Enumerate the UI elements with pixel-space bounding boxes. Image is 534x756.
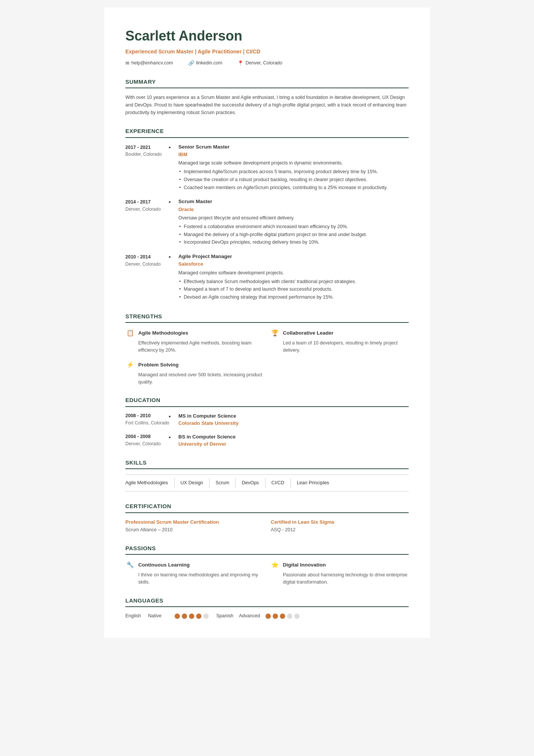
- exp-company: IBM: [178, 151, 409, 158]
- edu-degree: MS in Computer Science: [178, 412, 409, 420]
- exp-details: Senior Scrum Master IBM Managed large sc…: [175, 143, 409, 192]
- strengths-grid: 📋 Agile Methodologies Effectively implem…: [125, 328, 409, 385]
- passions-title: PASSIONS: [125, 544, 409, 555]
- languages-list: English Native Spanish Advanced: [125, 612, 409, 620]
- education-title: EDUCATION: [125, 396, 409, 407]
- exp-bullets: Implemented Agile/Scrum practices across…: [178, 168, 409, 191]
- header: Scarlett Anderson Experienced Scrum Mast…: [125, 26, 409, 67]
- exp-location: Denver, Colorado: [125, 206, 175, 213]
- skill-item: DevOps: [236, 478, 265, 488]
- strength-header: ⚡ Problem Solving: [125, 360, 264, 370]
- language-dot: [294, 614, 300, 619]
- certification-title: CERTIFICATION: [125, 502, 409, 513]
- location-icon: 📍: [237, 59, 244, 67]
- exp-bullet: Managed a team of 7 to develop and launc…: [178, 286, 409, 293]
- language-dot: [175, 614, 180, 619]
- linkedin-contact: 🔗 linkedin.com: [188, 59, 222, 67]
- passion-desc: I thrive on learning new methodologies a…: [125, 571, 264, 586]
- language-name: English: [125, 612, 144, 620]
- strengths-title: STRENGTHS: [125, 312, 409, 323]
- exp-dates: 2010 - 2014: [125, 253, 175, 261]
- language-dots: [265, 614, 300, 619]
- exp-role: Agile Project Manager: [178, 253, 409, 260]
- language-name: Spanish: [216, 612, 235, 620]
- edu-details: MS in Computer Science Colorado State Un…: [175, 412, 409, 427]
- exp-bullet: Implemented Agile/Scrum practices across…: [178, 168, 409, 175]
- passion-title: Digital Innovation: [283, 561, 326, 569]
- passion-icon: ⭐: [270, 560, 280, 570]
- candidate-name: Scarlett Anderson: [125, 26, 409, 46]
- languages-title: LANGUAGES: [125, 596, 409, 607]
- cert-issuer: ASQ - 2012: [271, 526, 409, 534]
- passion-icon: 🔧: [125, 560, 135, 570]
- exp-bullet: Fostered a collaborative environment whi…: [178, 223, 409, 230]
- language-dot: [189, 614, 194, 619]
- strength-title: Problem Solving: [138, 361, 179, 369]
- skill-item: CI/CD: [265, 478, 291, 488]
- strengths-section: STRENGTHS 📋 Agile Methodologies Effectiv…: [125, 312, 409, 386]
- edu-location: Denver, Colorado: [125, 440, 175, 447]
- strength-title: Collaborative Leader: [283, 329, 334, 337]
- education-item: 2004 - 2008 Denver, Colorado BS in Compu…: [125, 433, 409, 448]
- language-level: Native: [148, 612, 171, 620]
- language-dot: [196, 614, 201, 619]
- exp-date-location: 2010 - 2014 Denver, Colorado: [125, 253, 175, 302]
- skills-list: Agile MethodologiesUX DesignScrumDevOpsC…: [125, 474, 409, 491]
- experience-item: 2017 - 2021 Boulder, Colorado Senior Scr…: [125, 143, 409, 192]
- candidate-title: Experienced Scrum Master | Agile Practit…: [125, 48, 409, 56]
- language-dot: [265, 614, 271, 619]
- exp-company: Salesforce: [178, 260, 409, 268]
- cert-issuer: Scrum Alliance – 2010: [125, 526, 263, 534]
- language-dot: [203, 614, 209, 619]
- strength-icon: ⚡: [125, 360, 135, 370]
- resume-container: Scarlett Anderson Experienced Scrum Mast…: [104, 8, 430, 638]
- email-icon: ✉: [125, 59, 130, 67]
- language-dot: [182, 614, 187, 619]
- strength-title: Agile Methodologies: [138, 329, 188, 337]
- education-item: 2008 - 2010 Fort Collins, Colorado MS in…: [125, 412, 409, 427]
- exp-dates: 2017 - 2021: [125, 143, 175, 151]
- edu-degree: BS in Computer Science: [178, 433, 409, 441]
- strength-icon: 🏆: [270, 328, 280, 338]
- languages-section: LANGUAGES English Native Spanish Advance…: [125, 596, 409, 620]
- language-dot: [273, 614, 278, 619]
- passion-header: 🔧 Continuous Learning: [125, 560, 264, 570]
- email-contact: ✉ help@enhancv.com: [125, 59, 173, 67]
- language-item: Spanish Advanced: [216, 612, 300, 620]
- exp-location: Denver, Colorado: [125, 261, 175, 268]
- skill-item: Agile Methodologies: [125, 478, 175, 488]
- contact-info: ✉ help@enhancv.com 🔗 linkedin.com 📍 Denv…: [125, 59, 409, 67]
- strength-header: 🏆 Collaborative Leader: [270, 328, 409, 338]
- exp-bullets: Effectively balance Scrum methodologies …: [178, 278, 409, 301]
- exp-bullet: Devised an Agile coaching strategy that …: [178, 294, 409, 301]
- experience-section: EXPERIENCE 2017 - 2021 Boulder, Colorado…: [125, 127, 409, 302]
- skill-item: UX Design: [175, 478, 210, 488]
- skill-item: Lean Principles: [291, 478, 335, 488]
- passions-grid: 🔧 Continuous Learning I thrive on learni…: [125, 560, 409, 586]
- exp-bullet: Oversaw the creation of a robust product…: [178, 176, 409, 183]
- passion-header: ⭐ Digital Innovation: [270, 560, 409, 570]
- strength-header: 📋 Agile Methodologies: [125, 328, 264, 338]
- exp-bullet: Coached team members on Agile/Scrum prin…: [178, 184, 409, 191]
- passions-section: PASSIONS 🔧 Continuous Learning I thrive …: [125, 544, 409, 586]
- strength-item: 🏆 Collaborative Leader Led a team of 10 …: [270, 328, 409, 354]
- linkedin-icon: 🔗: [188, 59, 194, 67]
- exp-details: Agile Project Manager Salesforce Managed…: [175, 253, 409, 302]
- language-dots: [175, 614, 209, 619]
- skills-title: SKILLS: [125, 459, 409, 470]
- summary-title: SUMMARY: [125, 78, 409, 89]
- summary-text: With over 10 years experience as a Scrum…: [125, 94, 409, 116]
- strength-icon: 📋: [125, 328, 135, 338]
- passion-item: 🔧 Continuous Learning I thrive on learni…: [125, 560, 264, 586]
- edu-location: Fort Collins, Colorado: [125, 419, 175, 426]
- edu-date-location: 2008 - 2010 Fort Collins, Colorado: [125, 412, 175, 427]
- edu-date-location: 2004 - 2008 Denver, Colorado: [125, 433, 175, 448]
- edu-school: University of Denver: [178, 440, 409, 448]
- exp-bullet: Effectively balance Scrum methodologies …: [178, 278, 409, 285]
- exp-location: Boulder, Colorado: [125, 151, 175, 158]
- language-dot: [287, 614, 292, 619]
- passion-desc: Passionate about harnessing technology t…: [270, 571, 409, 586]
- cert-item: Certified in Lean Six Sigma ASQ - 2012: [271, 518, 409, 534]
- skills-section: SKILLS Agile MethodologiesUX DesignScrum…: [125, 459, 409, 491]
- language-item: English Native: [125, 612, 209, 620]
